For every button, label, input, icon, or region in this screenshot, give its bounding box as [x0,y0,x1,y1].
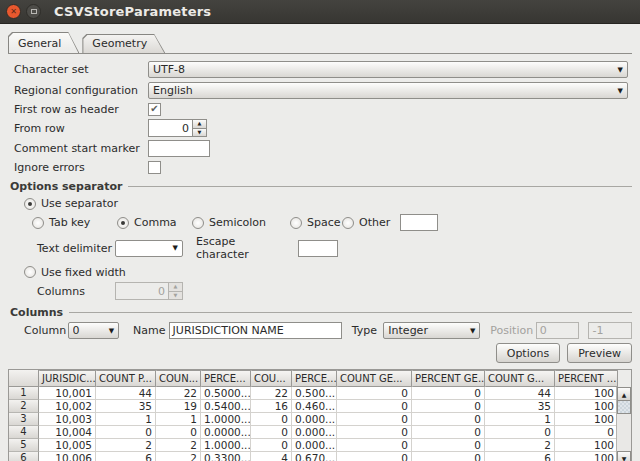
table-cell[interactable]: 0 [96,426,156,439]
table-cell[interactable]: 100 [555,439,618,452]
titlebar[interactable]: ✕ CSVStoreParameters [0,0,640,24]
table-cell[interactable]: 1.0000... [201,413,251,426]
table-cell[interactable]: 0 [412,452,485,461]
table-row[interactable]: 310,003111.0000...00.000...001100 [9,413,631,426]
table-cell[interactable]: 0 [485,426,555,439]
vertical-scrollbar[interactable]: ▲ ▼ [616,387,631,461]
table-cell[interactable]: 10,003 [39,413,96,426]
from-row-spinner[interactable]: 0 ▲ ▼ [148,119,207,137]
table-cell[interactable]: 100 [555,400,618,413]
column-header[interactable]: COUNT P... [96,370,156,387]
table-cell[interactable]: 1 [485,413,555,426]
table-cell[interactable]: 0.5000... [201,387,251,400]
close-button[interactable]: ✕ [6,4,21,19]
table-cell[interactable]: 100 [555,413,618,426]
table-cell[interactable]: 1 [96,413,156,426]
table-cell[interactable]: 0.000... [292,426,337,439]
column-header[interactable]: COUNT GE... [337,370,412,387]
restore-button[interactable] [26,4,41,19]
row-header[interactable]: 5 [9,439,39,452]
ignore-errors-checkbox[interactable]: ✔ [148,161,161,174]
table-cell[interactable]: 100 [555,452,618,461]
table-cell[interactable]: 0 [337,400,412,413]
column-header[interactable]: COUNT G... [485,370,555,387]
table-cell[interactable]: 0 [337,387,412,400]
table-cell[interactable]: 6 [485,452,555,461]
row-header[interactable]: 4 [9,426,39,439]
table-cell[interactable]: 10,004 [39,426,96,439]
column-header[interactable]: PERCENT GE... [412,370,485,387]
table-cell[interactable]: 1 [156,413,201,426]
space-radio[interactable]: Space [290,216,342,229]
column-header[interactable]: COUN... [156,370,201,387]
table-cell[interactable]: 35 [485,400,555,413]
table-cell[interactable]: 10,001 [39,387,96,400]
table-cell[interactable]: 0 [251,413,292,426]
use-separator-radio[interactable]: Use separator [24,197,118,210]
scroll-up-icon[interactable]: ▲ [617,387,631,401]
tab-geometry[interactable]: Geometry [82,34,165,53]
use-fixed-width-radio[interactable]: Use fixed width [24,266,126,279]
table-cell[interactable]: 0.000... [292,413,337,426]
first-row-as-header-checkbox[interactable]: ✔ [148,103,161,116]
table-cell[interactable]: 0 [337,426,412,439]
table-row[interactable]: 610,006620.3300...40.670...006100 [9,452,631,461]
table-row[interactable]: 510,005221.0000...00.000...002100 [9,439,631,452]
table-row[interactable]: 410,004000.0000...00.000...0000 [9,426,631,439]
table-cell[interactable]: 2 [156,452,201,461]
comment-start-marker-input[interactable] [148,140,210,157]
table-cell[interactable]: 22 [156,387,201,400]
table-cell[interactable]: 6 [96,452,156,461]
table-cell[interactable]: 44 [96,387,156,400]
table-cell[interactable]: 0 [412,413,485,426]
row-header[interactable]: 1 [9,387,39,400]
column-header[interactable]: PERCENT ... [555,370,618,387]
table-cell[interactable]: 0.5400... [201,400,251,413]
text-delimiter-select[interactable]: ▼ [115,240,183,257]
semicolon-radio[interactable]: Semicolon [192,216,290,229]
table-cell[interactable]: 35 [96,400,156,413]
table-cell[interactable]: 19 [156,400,201,413]
table-cell[interactable]: 16 [251,400,292,413]
column-header[interactable]: JURISDIC... [39,370,96,387]
table-cell[interactable]: 0.0000... [201,426,251,439]
name-input[interactable]: JURISDICTION NAME [169,322,342,339]
escape-character-input[interactable] [298,240,338,257]
table-cell[interactable]: 0.460... [292,400,337,413]
table-cell[interactable]: 0 [337,452,412,461]
table-row[interactable]: 210,00235190.5400...160.460...0035100 [9,400,631,413]
scroll-down-icon[interactable]: ▼ [617,451,631,461]
options-button[interactable]: Options [496,343,560,363]
table-cell[interactable]: 0 [412,400,485,413]
comma-radio[interactable]: Comma [117,216,192,229]
table-cell[interactable]: 0 [251,439,292,452]
character-set-select[interactable]: UTF-8 ▼ [148,61,628,78]
table-cell[interactable]: 10,005 [39,439,96,452]
column-header[interactable]: COU... [251,370,292,387]
table-cell[interactable]: 2 [96,439,156,452]
table-cell[interactable]: 0.500... [292,387,337,400]
table-cell[interactable]: 0 [156,426,201,439]
tab-general[interactable]: General [8,32,79,53]
table-cell[interactable]: 2 [156,439,201,452]
table-row[interactable]: 110,00144220.5000...220.500...0044100 [9,387,631,400]
column-select[interactable]: 0 ▼ [68,322,120,339]
row-header[interactable]: 3 [9,413,39,426]
table-cell[interactable]: 44 [485,387,555,400]
regional-configuration-select[interactable]: English ▼ [148,82,628,99]
table-cell[interactable]: 0 [555,426,618,439]
scrollbar-thumb[interactable] [617,401,631,414]
column-header[interactable]: PERCE... [201,370,251,387]
table-cell[interactable]: 0 [412,439,485,452]
table-cell[interactable]: 100 [555,387,618,400]
table-cell[interactable]: 1.0000... [201,439,251,452]
other-radio[interactable]: Other [342,216,400,229]
from-row-input[interactable]: 0 [148,119,192,137]
table-cell[interactable]: 0 [412,387,485,400]
table-cell[interactable]: 0 [412,426,485,439]
table-cell[interactable]: 4 [251,452,292,461]
type-select[interactable]: Integer ▼ [383,322,480,339]
table-cell[interactable]: 10,006 [39,452,96,461]
table-cell[interactable]: 2 [485,439,555,452]
spin-down-icon[interactable]: ▼ [192,129,207,138]
